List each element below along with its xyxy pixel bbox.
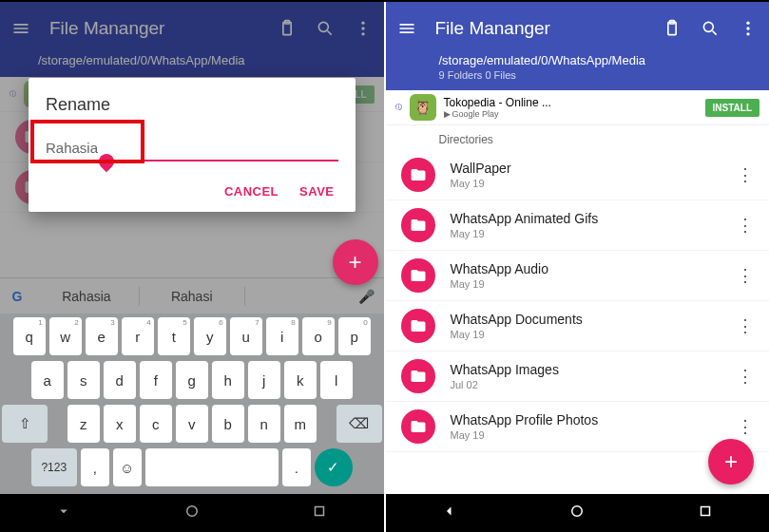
rename-input[interactable] — [46, 138, 338, 162]
folder-date: May 19 — [451, 178, 715, 189]
key-c[interactable]: c — [140, 405, 172, 443]
key-w[interactable]: w2 — [49, 317, 82, 355]
folder-name: WhatsApp Profile Photos — [451, 412, 715, 428]
folder-icon — [401, 359, 435, 393]
item-overflow-icon[interactable]: ⋮ — [729, 416, 761, 437]
emoji-key[interactable]: ☺ — [113, 448, 142, 486]
folder-name: WallPaper — [451, 161, 715, 176]
dialog-title: Rename — [46, 95, 338, 115]
folder-date: May 19 — [451, 278, 715, 290]
key-i[interactable]: i8 — [266, 317, 298, 355]
appbar: File Mananger /storage/emulated/0/WhatsA… — [386, 2, 770, 90]
item-overflow-icon[interactable]: ⋮ — [729, 315, 761, 336]
save-button[interactable]: SAVE — [299, 184, 334, 199]
key-n[interactable]: n — [248, 405, 280, 443]
list-item[interactable]: WhatsApp Animated GifsMay 19⋮ — [386, 200, 770, 251]
key-k[interactable]: k — [284, 361, 317, 399]
svg-point-14 — [746, 27, 749, 29]
folder-name: WhatsApp Images — [451, 362, 715, 377]
menu-icon[interactable] — [397, 19, 416, 38]
key-z[interactable]: z — [67, 405, 100, 443]
key-l[interactable]: l — [320, 361, 353, 399]
nav-recents-icon[interactable] — [697, 503, 714, 523]
enter-key[interactable]: ✓ — [315, 448, 353, 486]
key-a[interactable]: a — [31, 361, 64, 399]
list-item[interactable]: WhatsApp AudioMay 19⋮ — [386, 251, 770, 301]
ad-banner[interactable]: ⓘ 🦉 Tokopedia - Online ... ▶ Google Play… — [386, 90, 770, 125]
list-item[interactable]: WallPaperMay 19⋮ — [386, 150, 770, 200]
svg-point-15 — [746, 32, 749, 35]
android-navbar — [386, 494, 770, 532]
list-item[interactable]: WhatsApp DocumentsMay 19⋮ — [386, 301, 770, 352]
folder-icon — [401, 409, 435, 444]
folder-name: WhatsApp Documents — [451, 312, 715, 327]
phone-right-file-list: File Mananger /storage/emulated/0/WhatsA… — [384, 2, 770, 532]
item-overflow-icon[interactable]: ⋮ — [729, 265, 761, 286]
key-e[interactable]: e3 — [86, 317, 118, 355]
svg-point-16 — [572, 506, 583, 517]
key-g[interactable]: g — [176, 361, 208, 399]
nav-back-icon[interactable] — [441, 503, 458, 523]
folder-icon — [401, 309, 435, 343]
folder-icon — [401, 258, 435, 293]
fab-add-button[interactable]: + — [708, 439, 754, 484]
item-overflow-icon[interactable]: ⋮ — [729, 164, 761, 185]
key-s[interactable]: s — [67, 361, 100, 399]
backspace-key[interactable]: ⌫ — [336, 405, 382, 443]
period-key[interactable]: . — [282, 448, 311, 486]
key-b[interactable]: b — [212, 405, 244, 443]
svg-point-11 — [703, 22, 713, 31]
rename-dialog: Rename CANCEL SAVE — [29, 78, 356, 212]
overflow-icon[interactable] — [739, 19, 758, 38]
folder-counts: 9 Folders 0 Files — [439, 69, 755, 81]
search-icon[interactable] — [701, 19, 720, 38]
item-overflow-icon[interactable]: ⋮ — [729, 366, 761, 387]
nav-home-icon[interactable] — [568, 503, 586, 523]
app-title: File Mananger — [435, 18, 644, 39]
key-x[interactable]: x — [104, 405, 136, 443]
key-h[interactable]: h — [212, 361, 244, 399]
path-text: /storage/emulated/0/WhatsApp/Media — [439, 53, 755, 67]
folder-name: WhatsApp Audio — [451, 261, 715, 276]
list-item[interactable]: WhatsApp ImagesJul 02⋮ — [386, 352, 770, 402]
key-m[interactable]: m — [284, 405, 317, 443]
key-q[interactable]: q1 — [13, 317, 46, 355]
folder-list[interactable]: WallPaperMay 19⋮WhatsApp Animated GifsMa… — [386, 150, 770, 494]
section-label: Directories — [386, 125, 770, 150]
shift-key[interactable]: ⇧ — [2, 405, 48, 443]
phone-left-rename-dialog: File Mananger /storage/emulated/0/WhatsA… — [0, 2, 384, 532]
ad-title: Tokopedia - Online ... — [444, 96, 698, 109]
svg-line-12 — [713, 31, 717, 35]
key-y[interactable]: y6 — [194, 317, 226, 355]
ad-info-icon: ⓘ — [395, 103, 402, 112]
folder-date: May 19 — [451, 329, 715, 340]
svg-rect-17 — [701, 507, 709, 516]
ad-store: ▶ Google Play — [444, 109, 698, 119]
key-t[interactable]: t5 — [158, 317, 190, 355]
key-o[interactable]: o9 — [302, 317, 335, 355]
cancel-button[interactable]: CANCEL — [224, 184, 279, 199]
ad-install-button[interactable]: INSTALL — [705, 99, 759, 117]
ad-app-icon: 🦉 — [410, 94, 436, 121]
folder-name: WhatsApp Animated Gifs — [451, 211, 715, 226]
symbols-key[interactable]: ?123 — [31, 448, 77, 486]
list-item[interactable]: WhatsApp Profile PhotosMay 19⋮ — [386, 402, 770, 452]
clipboard-icon[interactable] — [663, 19, 682, 38]
folder-icon — [401, 208, 435, 242]
folder-date: May 19 — [451, 228, 715, 239]
space-key[interactable] — [145, 448, 279, 486]
item-overflow-icon[interactable]: ⋮ — [729, 215, 761, 236]
key-f[interactable]: f — [140, 361, 172, 399]
key-r[interactable]: r4 — [122, 317, 154, 355]
fab-add-button[interactable]: + — [333, 239, 378, 285]
folder-date: May 19 — [451, 429, 715, 441]
svg-point-13 — [746, 22, 749, 25]
comma-key[interactable]: , — [81, 448, 109, 486]
folder-icon — [401, 158, 435, 192]
key-j[interactable]: j — [248, 361, 280, 399]
key-u[interactable]: u7 — [230, 317, 262, 355]
folder-date: Jul 02 — [451, 379, 715, 390]
key-v[interactable]: v — [176, 405, 208, 443]
key-d[interactable]: d — [104, 361, 136, 399]
key-p[interactable]: p0 — [338, 317, 371, 355]
